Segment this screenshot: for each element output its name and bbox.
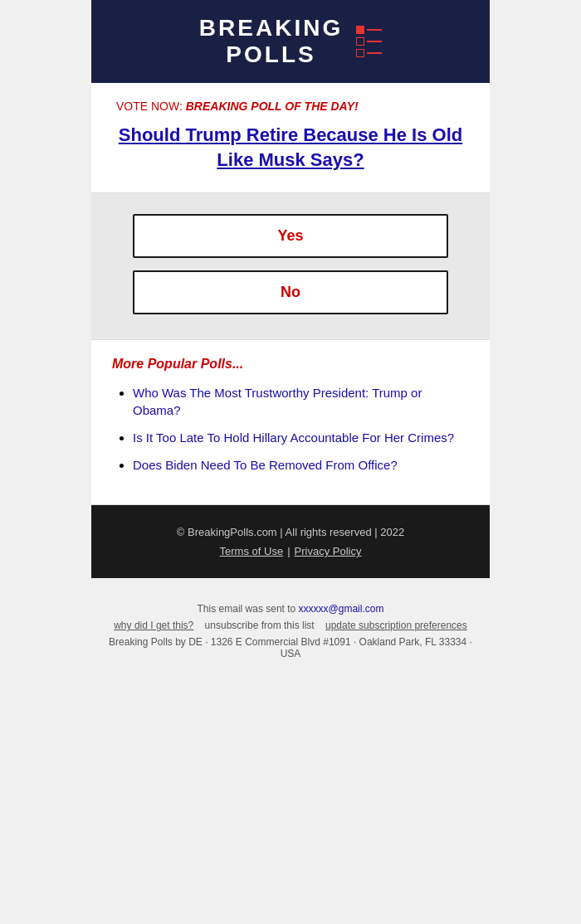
- footer-copyright: © BreakingPolls.com | All rights reserve…: [108, 526, 473, 538]
- list-item: Does Biden Need To Be Removed From Offic…: [133, 456, 469, 474]
- poll-question: Should Trump Retire Because He Is Old Li…: [116, 123, 465, 172]
- poll-link-3[interactable]: Does Biden Need To Be Removed From Offic…: [133, 458, 398, 472]
- more-polls-list: Who Was The Most Trustworthy President: …: [112, 384, 469, 474]
- list-item: Is It Too Late To Hold Hillary Accountab…: [133, 429, 469, 446]
- privacy-policy-link[interactable]: Privacy Policy: [295, 545, 362, 557]
- vote-label: VOTE NOW: BREAKING POLL OF THE DAY!: [116, 100, 465, 113]
- bottom-area: This email was sent to xxxxxx@gmail.com …: [91, 578, 490, 672]
- poll-icon: [356, 26, 382, 57]
- email-header: BREAKING POLLS: [91, 0, 490, 83]
- why-link[interactable]: why did I get this?: [114, 620, 193, 631]
- vote-label-prefix: VOTE NOW:: [116, 100, 186, 113]
- footer-divider: |: [287, 545, 290, 557]
- icon-line-1: [367, 29, 382, 31]
- poll-link-1[interactable]: Who Was The Most Trustworthy President: …: [133, 386, 422, 417]
- icon-square-2: [356, 37, 364, 46]
- email-info-line: This email was sent to xxxxxx@gmail.com: [108, 603, 473, 615]
- more-polls-section: More Popular Polls... Who Was The Most T…: [91, 340, 490, 505]
- brand-line1: BREAKING: [199, 15, 343, 41]
- list-item: Who Was The Most Trustworthy President: …: [133, 384, 469, 419]
- icon-line-2: [367, 41, 382, 42]
- unsubscribe-line: why did I get this? unsubscribe from thi…: [108, 620, 473, 631]
- footer-links: Terms of Use | Privacy Policy: [108, 545, 473, 557]
- address-line: Breaking Polls by DE · 1326 E Commercial…: [108, 636, 473, 659]
- preferences-link[interactable]: update subscription preferences: [325, 620, 467, 631]
- email-address-link[interactable]: xxxxxx@gmail.com: [299, 603, 384, 615]
- poll-link-2[interactable]: Is It Too Late To Hold Hillary Accountab…: [133, 430, 454, 445]
- brand-line2: POLLS: [199, 41, 343, 68]
- email-footer: © BreakingPolls.com | All rights reserve…: [91, 505, 490, 578]
- email-container: BREAKING POLLS: [91, 0, 490, 578]
- email-wrapper: BREAKING POLLS: [0, 0, 581, 672]
- icon-square-3: [356, 49, 364, 57]
- icon-square-1: [356, 26, 364, 34]
- buttons-section: Yes No: [91, 193, 490, 340]
- vote-label-bold: BREAKING POLL OF THE DAY!: [186, 100, 359, 113]
- yes-button[interactable]: Yes: [133, 214, 448, 258]
- no-button[interactable]: No: [133, 270, 448, 314]
- more-polls-title: More Popular Polls...: [112, 357, 469, 372]
- icon-line-3: [367, 52, 382, 54]
- terms-of-use-link[interactable]: Terms of Use: [220, 545, 284, 557]
- email-info-prefix: This email was sent to: [198, 603, 299, 615]
- unsubscribe-text: unsubscribe from this list: [205, 620, 315, 631]
- brand-logo: BREAKING POLLS: [199, 15, 382, 68]
- vote-section: VOTE NOW: BREAKING POLL OF THE DAY! Shou…: [91, 83, 490, 193]
